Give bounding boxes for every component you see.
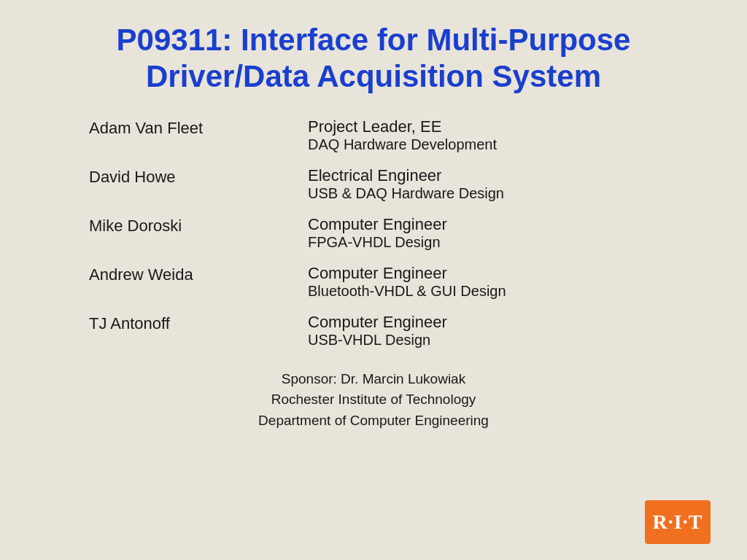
team-member-role-detail: DAQ Hardware Development xyxy=(308,136,658,153)
team-row: Mike DoroskiComputer EngineerFPGA-VHDL D… xyxy=(89,215,658,251)
title-line2: Driver/Data Acquisition System xyxy=(44,58,703,95)
team-member-role-cell: Computer EngineerBluetooth-VHDL & GUI De… xyxy=(308,264,658,300)
sponsor-section: Sponsor: Dr. Marcin Lukowiak Rochester I… xyxy=(258,369,489,432)
slide: P09311: Interface for Multi-Purpose Driv… xyxy=(0,0,747,560)
team-member-name: Mike Doroski xyxy=(89,215,308,236)
team-member-role-detail: FPGA-VHDL Design xyxy=(308,234,658,251)
team-member-role-cell: Computer EngineerFPGA-VHDL Design xyxy=(308,215,658,251)
team-table: Adam Van FleetProject Leader, EEDAQ Hard… xyxy=(89,117,658,362)
team-member-role-title: Computer Engineer xyxy=(308,313,658,332)
sponsor-line2: Rochester Institute of Technology xyxy=(258,389,489,411)
team-member-role-title: Electrical Engineer xyxy=(308,166,658,185)
team-member-name: Adam Van Fleet xyxy=(89,117,308,138)
sponsor-line3: Department of Computer Engineering xyxy=(258,411,489,432)
slide-title: P09311: Interface for Multi-Purpose Driv… xyxy=(44,22,703,96)
team-member-role-cell: Project Leader, EEDAQ Hardware Developme… xyxy=(308,117,658,153)
team-row: Andrew WeidaComputer EngineerBluetooth-V… xyxy=(89,264,658,300)
rit-logo: R·I·T xyxy=(645,500,711,544)
sponsor-line1: Sponsor: Dr. Marcin Lukowiak xyxy=(258,369,489,390)
team-member-role-title: Project Leader, EE xyxy=(308,117,658,136)
team-member-role-cell: Computer EngineerUSB-VHDL Design xyxy=(308,313,658,349)
team-member-role-detail: USB-VHDL Design xyxy=(308,332,658,349)
team-member-name: Andrew Weida xyxy=(89,264,308,284)
rit-logo-text: R·I·T xyxy=(653,510,703,534)
team-member-name: David Howe xyxy=(89,166,308,187)
team-member-role-detail: USB & DAQ Hardware Design xyxy=(308,185,658,202)
team-row: TJ AntonoffComputer EngineerUSB-VHDL Des… xyxy=(89,313,658,349)
team-row: David HoweElectrical EngineerUSB & DAQ H… xyxy=(89,166,658,202)
title-line1: P09311: Interface for Multi-Purpose xyxy=(44,22,703,58)
team-row: Adam Van FleetProject Leader, EEDAQ Hard… xyxy=(89,117,658,153)
team-member-name: TJ Antonoff xyxy=(89,313,308,333)
team-member-role-cell: Electrical EngineerUSB & DAQ Hardware De… xyxy=(308,166,658,202)
team-member-role-detail: Bluetooth-VHDL & GUI Design xyxy=(308,283,658,300)
team-member-role-title: Computer Engineer xyxy=(308,215,658,234)
team-member-role-title: Computer Engineer xyxy=(308,264,658,283)
